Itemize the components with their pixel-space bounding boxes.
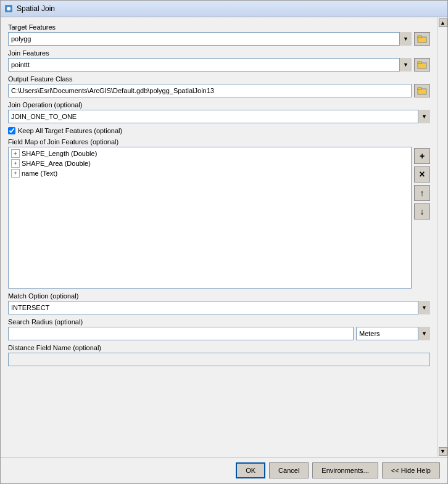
search-radius-label: Search Radius (optional) (8, 318, 430, 326)
keep-all-label: Keep All Target Features (optional) (18, 127, 122, 134)
svg-rect-5 (418, 62, 421, 64)
target-features-section: Target Features polygg ▼ (8, 23, 430, 46)
match-option-section: Match Option (optional) INTERSECTWITHIN_… (8, 292, 430, 314)
field-map-down-button[interactable]: ↓ (414, 203, 430, 219)
target-features-label: Target Features (8, 23, 430, 31)
dialog-title: Spatial Join (17, 4, 444, 13)
search-radius-input[interactable] (8, 327, 354, 340)
keep-all-checkbox[interactable] (8, 127, 15, 134)
field-map-item-1[interactable]: + SHAPE_Area (Double) (10, 158, 410, 168)
expand-icon-0[interactable]: + (11, 149, 20, 158)
match-option-label: Match Option (optional) (8, 292, 430, 300)
svg-rect-3 (418, 36, 421, 38)
dialog-body: Target Features polygg ▼ Joi (1, 17, 438, 457)
field-map-item-label-0: SHAPE_Length (Double) (22, 150, 97, 157)
join-features-section: Join Features pointtt ▼ (8, 49, 430, 72)
scroll-up-button[interactable]: ▲ (439, 18, 447, 27)
field-map-up-button[interactable]: ↑ (414, 185, 430, 201)
target-features-browse[interactable] (414, 32, 430, 46)
output-feature-class-browse[interactable] (414, 84, 430, 97)
expand-icon-1[interactable]: + (11, 159, 20, 168)
distance-field-input[interactable] (8, 353, 430, 366)
expand-icon-2[interactable]: + (11, 169, 20, 178)
svg-rect-7 (418, 88, 421, 89)
svg-point-1 (7, 7, 10, 10)
field-map-item-label-2: name (Text) (22, 170, 57, 177)
scroll-down-button[interactable]: ▼ (439, 447, 447, 456)
dialog-footer: OK Cancel Environments... << Hide Help (1, 457, 447, 483)
join-operation-label: Join Operation (optional) (8, 101, 430, 109)
join-features-browse[interactable] (414, 58, 430, 72)
spatial-join-dialog: Spatial Join Target Features polygg ▼ (0, 0, 448, 484)
title-bar: Spatial Join (1, 1, 447, 17)
field-map-label: Field Map of Join Features (optional) (8, 138, 430, 146)
search-radius-units-dropdown[interactable]: Meters Kilometers Feet Miles (356, 327, 430, 340)
field-map-item-2[interactable]: + name (Text) (10, 168, 410, 178)
field-map-remove-button[interactable]: × (414, 166, 430, 183)
distance-field-section: Distance Field Name (optional) (8, 344, 430, 366)
cancel-button[interactable]: Cancel (269, 462, 309, 478)
hide-help-button[interactable]: << Hide Help (382, 462, 440, 478)
field-map-add-button[interactable]: + (414, 148, 430, 164)
distance-field-label: Distance Field Name (optional) (8, 344, 430, 351)
environments-button[interactable]: Environments... (312, 462, 378, 478)
field-map-list: + SHAPE_Length (Double) + SHAPE_Area (Do… (8, 147, 412, 289)
join-features-label: Join Features (8, 49, 430, 57)
join-operation-section: Join Operation (optional) JOIN_ONE_TO_ON… (8, 101, 430, 123)
target-features-dropdown[interactable]: polygg (8, 32, 412, 46)
output-feature-class-label: Output Feature Class (8, 75, 430, 83)
scrollbar[interactable]: ▲ ▼ (438, 17, 447, 457)
join-features-dropdown[interactable]: pointtt (8, 58, 412, 72)
match-option-dropdown[interactable]: INTERSECTWITHIN_A_DISTANCECONTAINSWITHIN… (8, 301, 430, 314)
dialog-icon (4, 4, 13, 13)
output-feature-class-input[interactable] (8, 84, 412, 97)
field-map-section: Field Map of Join Features (optional) + … (8, 138, 430, 289)
field-map-item-0[interactable]: + SHAPE_Length (Double) (10, 149, 410, 158)
ok-button[interactable]: OK (236, 462, 265, 478)
keep-all-section: Keep All Target Features (optional) (8, 127, 430, 134)
join-operation-dropdown[interactable]: JOIN_ONE_TO_ONEJOIN_ONE_TO_MANY (8, 110, 430, 123)
field-map-item-label-1: SHAPE_Area (Double) (22, 160, 91, 167)
search-radius-section: Search Radius (optional) Meters Kilomete… (8, 318, 430, 340)
field-map-buttons: + × ↑ ↓ (414, 147, 430, 289)
output-feature-class-section: Output Feature Class (8, 75, 430, 97)
